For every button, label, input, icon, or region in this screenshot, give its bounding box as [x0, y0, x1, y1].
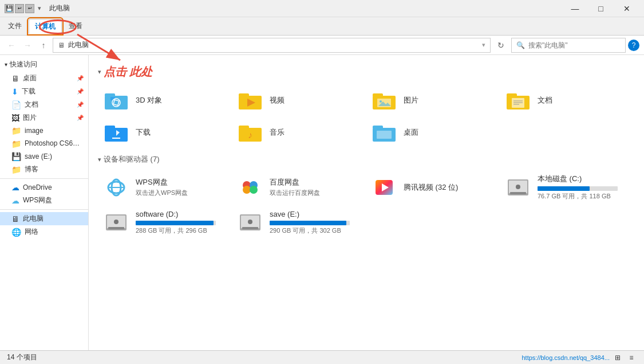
sidebar-this-pc-label: 此电脑 — [23, 214, 44, 224]
drive-d-icon — [102, 211, 130, 234]
close-button[interactable]: ✕ — [614, 0, 639, 17]
pictures-icon: 🖼 — [11, 113, 19, 123]
folder-video[interactable]: 视频 — [232, 85, 364, 115]
image-folder-icon: 📁 — [11, 126, 21, 135]
sidebar-onedrive-label: OneDrive — [23, 183, 52, 191]
folder-music[interactable]: ♪ 音乐 — [232, 118, 364, 147]
sidebar-documents-label: 文档 — [25, 100, 38, 109]
folder-documents-label: 文档 — [538, 95, 552, 105]
drive-c-sub: 76.7 GB 可用，共 118 GB — [538, 192, 618, 201]
tab-file[interactable]: 文件 — [2, 19, 27, 33]
address-path[interactable]: 🖥 此电脑 ▾ — [53, 38, 491, 53]
sidebar-item-blog[interactable]: 📁 博客 — [0, 163, 88, 176]
drive-e-bar — [270, 221, 346, 225]
drive-d-bar — [136, 221, 214, 225]
status-bar: 14 个项目 https://blog.csdn.net/qq_3484... … — [0, 350, 644, 364]
folder-downloads[interactable]: 下载 — [98, 118, 230, 147]
drive-e-sub: 290 GB 可用，共 302 GB — [270, 226, 350, 235]
drive-c-icon — [504, 176, 532, 199]
drive-tencent-icon — [370, 176, 398, 199]
quick-access-redo[interactable]: ↩ — [25, 4, 34, 13]
path-dropdown[interactable]: ▾ — [482, 41, 485, 49]
drive-c-info: 本地磁盘 (C:) 76.7 GB 可用，共 118 GB — [538, 174, 618, 201]
drive-e[interactable]: save (E:) 290 GB 可用，共 302 GB — [232, 206, 364, 238]
sidebar-item-pictures[interactable]: 🖼 图片 📌 — [0, 111, 88, 124]
drive-tencent[interactable]: 腾讯视频 (32 位) — [366, 170, 497, 204]
drive-baidu[interactable]: 百度网盘 双击运行百度网盘 — [232, 170, 364, 204]
folder-desktop[interactable]: 桌面 — [366, 118, 497, 147]
sidebar-desktop-label: 桌面 — [23, 73, 37, 83]
folder-music-icon: ♪ — [236, 121, 264, 144]
svg-rect-9 — [373, 93, 383, 97]
view-tile-button[interactable]: ⊞ — [612, 352, 623, 363]
sidebar-downloads-label: 下载 — [22, 87, 35, 96]
drive-d[interactable]: software (D:) 288 GB 可用，共 296 GB — [98, 206, 230, 238]
forward-button[interactable]: → — [21, 38, 34, 52]
sidebar-image-label: image — [25, 127, 44, 135]
pin-icon-desktop: 📌 — [77, 75, 84, 81]
item-count: 14 个项目 — [7, 353, 37, 362]
folder-3d[interactable]: 3D 对象 — [98, 85, 230, 115]
folders-section-header[interactable]: ▾ 点击 此处 — [98, 60, 635, 83]
photoshop-folder-icon: 📁 — [11, 139, 21, 148]
blog-folder-icon: 📁 — [11, 165, 21, 174]
folder-downloads-label: 下载 — [136, 127, 151, 138]
sidebar-item-desktop[interactable]: 🖥 桌面 📌 — [0, 72, 88, 85]
drive-e-bar-container — [270, 221, 350, 225]
save-drive-icon: 💾 — [11, 152, 21, 161]
sidebar-item-this-pc[interactable]: 🖥 此电脑 — [0, 212, 88, 225]
status-url: https://blog.csdn.net/qq_3484... — [521, 354, 610, 361]
back-button[interactable]: ← — [5, 38, 18, 52]
drive-c[interactable]: 本地磁盘 (C:) 76.7 GB 可用，共 118 GB — [500, 170, 631, 204]
sidebar-item-image[interactable]: 📁 image — [0, 124, 88, 137]
sidebar-item-wps[interactable]: ☁ WPS网盘 — [0, 194, 88, 207]
svg-rect-24 — [239, 126, 249, 129]
content-area: ▾ 点击 此处 3D 对象 — [89, 55, 644, 350]
ribbon: 文件 计算机 查看 — [0, 17, 644, 36]
divider-2 — [0, 209, 88, 210]
refresh-button[interactable]: ↻ — [493, 38, 509, 53]
folder-music-label: 音乐 — [270, 127, 285, 138]
svg-rect-27 — [373, 126, 383, 129]
minimize-button[interactable]: — — [562, 0, 588, 17]
tab-view[interactable]: 查看 — [63, 19, 88, 33]
sidebar-item-downloads[interactable]: ⬇ 下载 📌 — [0, 85, 88, 98]
quick-access-undo[interactable]: ↩ — [15, 4, 24, 13]
sidebar-item-onedrive[interactable]: ☁ OneDrive — [0, 181, 88, 194]
drive-d-name: software (D:) — [136, 210, 216, 218]
drives-section-header[interactable]: ▾ 设备和驱动器 (7) — [98, 150, 635, 168]
window-controls: — □ ✕ — [562, 0, 639, 17]
folder-documents[interactable]: 文档 — [500, 85, 631, 115]
drive-wps[interactable]: WPS网盘 双击进入WPS网盘 — [98, 170, 230, 204]
tab-computer[interactable]: 计算机 — [29, 19, 62, 34]
desktop-icon: 🖥 — [11, 74, 19, 83]
sidebar-save-label: save (E:) — [25, 152, 52, 161]
drive-wps-icon — [102, 176, 130, 199]
folder-3d-icon — [102, 89, 130, 112]
sidebar-item-save[interactable]: 💾 save (E:) — [0, 150, 88, 163]
sidebar-item-network[interactable]: 🌐 网络 — [0, 225, 88, 238]
drive-baidu-icon — [236, 176, 264, 199]
sidebar-section-quick-access[interactable]: ▾ 快速访问 — [0, 57, 88, 72]
view-list-button[interactable]: ≡ — [626, 352, 637, 363]
downloads-icon: ⬇ — [11, 87, 18, 96]
drive-tencent-info: 腾讯视频 (32 位) — [404, 182, 458, 193]
drives-grid: WPS网盘 双击进入WPS网盘 百度 — [98, 168, 635, 241]
drive-e-info: save (E:) 290 GB 可用，共 302 GB — [270, 210, 350, 235]
pin-icon-pictures: 📌 — [77, 115, 84, 121]
quick-access-save[interactable]: 💾 — [5, 4, 14, 13]
sidebar-item-photoshop[interactable]: 📁 Photoshop CS6正... — [0, 137, 88, 150]
sidebar-photoshop-label: Photoshop CS6正... — [25, 139, 82, 148]
search-input[interactable] — [528, 41, 621, 49]
drive-wps-name: WPS网盘 — [136, 177, 188, 187]
folder-picture[interactable]: 图片 — [366, 85, 497, 115]
up-button[interactable]: ↑ — [37, 38, 50, 52]
svg-rect-28 — [377, 131, 392, 139]
maximize-button[interactable]: □ — [588, 0, 614, 17]
sidebar-item-documents[interactable]: 📄 文档 📌 — [0, 98, 88, 111]
help-button[interactable]: ? — [628, 40, 639, 51]
title-bar-controls: 💾 ↩ ↩ ▾ — [5, 4, 41, 13]
svg-rect-6 — [239, 93, 249, 97]
sidebar-blog-label: 博客 — [25, 165, 38, 174]
drive-tencent-name: 腾讯视频 (32 位) — [404, 182, 458, 193]
